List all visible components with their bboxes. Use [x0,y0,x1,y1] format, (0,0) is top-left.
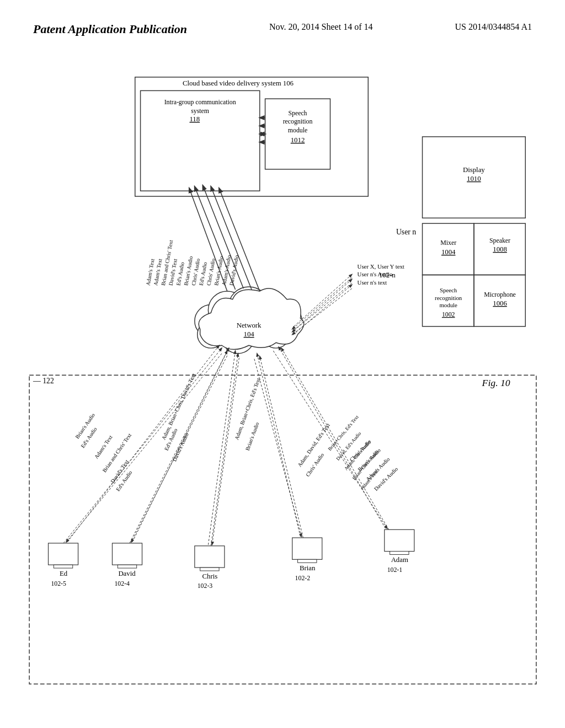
svg-text:Brian: Brian [300,564,316,572]
svg-rect-48 [54,565,72,568]
svg-text:Adam: Adam [391,556,408,564]
svg-line-89 [292,283,352,331]
svg-text:Brian+Chris, Ed's Text: Brian+Chris, Ed's Text [327,414,360,452]
svg-line-79 [212,358,239,545]
svg-text:118: 118 [189,115,200,123]
sheet-info: Nov. 20, 2014 Sheet 14 of 14 [269,22,372,32]
publication-label: Patent Application Publication [33,22,187,36]
patent-number: US 2014/0344854 A1 [455,22,532,32]
svg-text:104: 104 [244,330,255,338]
svg-line-81 [273,351,387,528]
svg-text:102-5: 102-5 [51,580,66,587]
svg-text:Ed: Ed [60,570,68,577]
svg-line-80 [254,359,301,537]
svg-text:1010: 1010 [467,175,481,183]
svg-rect-51 [112,543,142,565]
main-diagram: ― 122 Cloud based video delivery system … [22,72,543,695]
svg-rect-56 [200,568,219,571]
svg-text:recognition: recognition [435,295,462,301]
svg-rect-55 [195,546,225,568]
svg-text:Intra-group communication: Intra-group communication [164,98,236,106]
svg-line-92 [294,279,352,330]
svg-text:1008: 1008 [493,245,507,253]
svg-text:1004: 1004 [441,248,456,256]
svg-rect-63 [385,529,414,551]
svg-rect-60 [298,559,317,563]
svg-line-77 [66,354,222,542]
svg-rect-52 [118,565,136,568]
svg-line-69 [211,354,238,546]
svg-text:Mixer: Mixer [440,239,456,247]
svg-text:User X, User Y text: User X, User Y text [358,263,404,270]
svg-text:1012: 1012 [291,136,305,144]
svg-text:Chris: Chris [202,572,217,580]
svg-text:User n's Audio: User n's Audio [358,271,393,277]
svg-line-75 [257,354,301,537]
svg-text:User n: User n [396,228,416,236]
svg-text:User n's text: User n's text [358,279,387,286]
svg-text:Speech: Speech [288,109,307,117]
svg-text:102-3: 102-3 [198,582,213,590]
svg-line-70 [260,356,303,538]
svg-rect-2 [135,77,369,196]
svg-rect-0 [29,375,536,684]
svg-text:David: David [118,570,136,577]
svg-text:Microphone: Microphone [484,291,516,298]
svg-text:Brian's Audio: Brian's Audio [244,421,260,451]
svg-text:102-1: 102-1 [387,566,403,574]
svg-text:102-2: 102-2 [295,574,311,582]
svg-text:Adam, Brian+Chris, David's Tex: Adam, Brian+Chris, David's Text [161,372,197,441]
svg-text:Speaker: Speaker [489,237,510,244]
svg-rect-64 [390,552,409,555]
svg-line-91 [294,274,352,326]
svg-text:recognition: recognition [283,117,313,125]
svg-text:1002: 1002 [442,311,455,318]
svg-line-67 [63,348,222,543]
page-header: Patent Application Publication Nov. 20, … [0,22,565,36]
svg-text:Network: Network [237,322,262,329]
svg-text:Cloud based video delivery sys: Cloud based video delivery system 106 [183,79,294,87]
svg-text:― 122: ― 122 [33,377,54,385]
svg-text:102-4: 102-4 [114,580,130,587]
svg-text:1006: 1006 [493,299,507,307]
diagram-container: ― 122 Cloud based video delivery system … [22,72,543,695]
svg-rect-47 [49,543,78,565]
svg-line-88 [292,277,352,329]
svg-rect-59 [292,538,322,559]
svg-text:module: module [288,126,307,134]
svg-text:Speech: Speech [440,287,457,293]
svg-text:Fig. 10: Fig. 10 [482,377,510,388]
svg-text:system: system [191,107,209,115]
svg-text:module: module [439,302,457,308]
svg-line-93 [293,285,352,335]
svg-text:Display: Display [463,166,485,174]
